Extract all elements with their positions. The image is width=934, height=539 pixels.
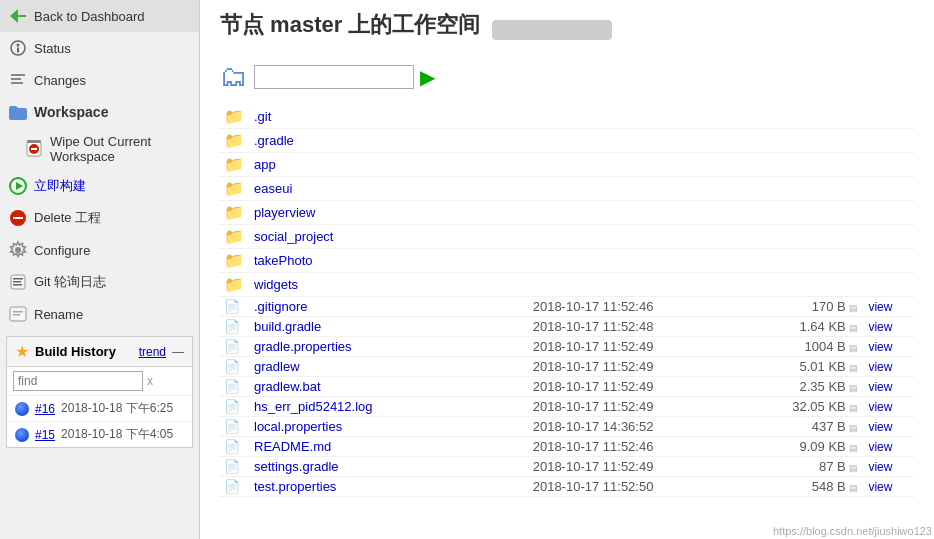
- changes-icon: [8, 70, 28, 90]
- file-icon: 📄: [224, 399, 240, 414]
- svg-point-15: [15, 247, 21, 253]
- file-date: [527, 201, 744, 225]
- svg-rect-3: [17, 48, 19, 53]
- file-name[interactable]: social_project: [254, 229, 334, 244]
- file-row: 📄 gradlew.bat 2018-10-17 11:52:49 2.35 K…: [220, 377, 914, 397]
- sidebar-item-git[interactable]: Git 轮询日志: [0, 266, 199, 298]
- file-size: [743, 273, 864, 297]
- file-size: [743, 201, 864, 225]
- file-date: 2018-10-17 11:52:48: [527, 317, 744, 337]
- file-size: 5.01 KB ▤: [743, 357, 864, 377]
- build-history-star-icon: ★: [15, 342, 29, 361]
- file-view-link[interactable]: view: [868, 340, 892, 354]
- nav-go-icon[interactable]: ▶: [420, 65, 435, 89]
- build-status-ball-15: [15, 428, 29, 442]
- file-name[interactable]: README.md: [254, 439, 331, 454]
- sidebar-item-workspace-label: Workspace: [34, 104, 108, 120]
- file-name[interactable]: easeui: [254, 181, 292, 196]
- file-view-link[interactable]: view: [868, 420, 892, 434]
- file-icon: 📄: [224, 319, 240, 334]
- file-view-link[interactable]: view: [868, 400, 892, 414]
- file-name[interactable]: test.properties: [254, 479, 336, 494]
- file-name[interactable]: takePhoto: [254, 253, 313, 268]
- svg-marker-12: [16, 182, 23, 190]
- sidebar-item-workspace[interactable]: Workspace: [0, 96, 199, 128]
- file-row: 📁 takePhoto: [220, 249, 914, 273]
- file-name[interactable]: .gradle: [254, 133, 294, 148]
- svg-rect-10: [27, 140, 41, 143]
- folder-icon: 📁: [224, 108, 244, 125]
- file-view-link[interactable]: view: [868, 300, 892, 314]
- file-name[interactable]: .git: [254, 109, 271, 124]
- file-view-link[interactable]: view: [868, 380, 892, 394]
- build-row-16: #16 2018-10-18 下午6:25: [7, 395, 192, 421]
- file-date: 2018-10-17 11:52:49: [527, 457, 744, 477]
- file-size: 437 B ▤: [743, 417, 864, 437]
- file-row: 📁 playerview: [220, 201, 914, 225]
- svg-rect-14: [13, 217, 23, 219]
- file-name[interactable]: build.gradle: [254, 319, 321, 334]
- svg-rect-6: [11, 82, 23, 84]
- file-view-link[interactable]: view: [868, 460, 892, 474]
- sidebar-item-build[interactable]: 立即构建: [0, 170, 199, 202]
- file-view-link[interactable]: view: [868, 320, 892, 334]
- file-name[interactable]: hs_err_pid52412.log: [254, 399, 373, 414]
- file-size: 2.35 KB ▤: [743, 377, 864, 397]
- file-name[interactable]: gradle.properties: [254, 339, 352, 354]
- file-size: [743, 153, 864, 177]
- folder-path-input[interactable]: [254, 65, 414, 89]
- folder-icon: 📁: [224, 132, 244, 149]
- delete-icon: [8, 208, 28, 228]
- file-name[interactable]: .gitignore: [254, 299, 307, 314]
- file-name[interactable]: local.properties: [254, 419, 342, 434]
- sidebar-item-rename[interactable]: Rename: [0, 298, 199, 330]
- file-name[interactable]: settings.gradle: [254, 459, 339, 474]
- dash-label: —: [172, 345, 184, 359]
- svg-rect-9: [31, 148, 37, 150]
- search-clear-icon[interactable]: x: [147, 374, 153, 388]
- build-date-16: 2018-10-18 下午6:25: [61, 400, 173, 417]
- build-history-title: Build History: [35, 344, 133, 359]
- file-view-link[interactable]: view: [868, 440, 892, 454]
- folder-nav-icon: 🗂: [220, 60, 248, 93]
- folder-icon: 📁: [224, 252, 244, 269]
- build-num-16[interactable]: #16: [35, 402, 55, 416]
- sidebar-item-status[interactable]: Status: [0, 32, 199, 64]
- file-view-link[interactable]: view: [868, 480, 892, 494]
- file-size: 548 B ▤: [743, 477, 864, 497]
- file-name[interactable]: widgets: [254, 277, 298, 292]
- build-search-row: x: [7, 367, 192, 395]
- file-name[interactable]: gradlew.bat: [254, 379, 321, 394]
- folder-icon: 📁: [224, 180, 244, 197]
- build-search-input[interactable]: [13, 371, 143, 391]
- back-arrow-icon: [8, 6, 28, 26]
- build-num-15[interactable]: #15: [35, 428, 55, 442]
- file-icon: 📄: [224, 459, 240, 474]
- file-date: [527, 105, 744, 129]
- file-date: 2018-10-17 11:52:50: [527, 477, 744, 497]
- svg-marker-0: [10, 9, 26, 23]
- sidebar-item-back[interactable]: Back to Dashboard: [0, 0, 199, 32]
- file-date: 2018-10-17 14:36:52: [527, 417, 744, 437]
- file-icon: 📄: [224, 439, 240, 454]
- sidebar-item-configure[interactable]: Configure: [0, 234, 199, 266]
- file-view-link[interactable]: view: [868, 360, 892, 374]
- sidebar-item-changes[interactable]: Changes: [0, 64, 199, 96]
- sidebar-item-wipe[interactable]: Wipe Out Current Workspace: [0, 128, 199, 170]
- file-size: 1004 B ▤: [743, 337, 864, 357]
- build-icon: [8, 176, 28, 196]
- svg-rect-19: [13, 284, 22, 286]
- file-size: 1.64 KB ▤: [743, 317, 864, 337]
- file-row: 📁 social_project: [220, 225, 914, 249]
- file-name[interactable]: app: [254, 157, 276, 172]
- file-table: 📁 .git 📁 .gradle 📁 app 📁 easeui 📁 player…: [220, 105, 914, 497]
- sidebar-item-delete[interactable]: Delete 工程: [0, 202, 199, 234]
- file-name[interactable]: playerview: [254, 205, 315, 220]
- svg-rect-5: [11, 78, 21, 80]
- file-row: 📁 widgets: [220, 273, 914, 297]
- svg-rect-22: [13, 314, 20, 316]
- file-icon: 📄: [224, 379, 240, 394]
- file-name[interactable]: gradlew: [254, 359, 300, 374]
- svg-rect-21: [13, 311, 23, 313]
- trend-link[interactable]: trend: [139, 345, 166, 359]
